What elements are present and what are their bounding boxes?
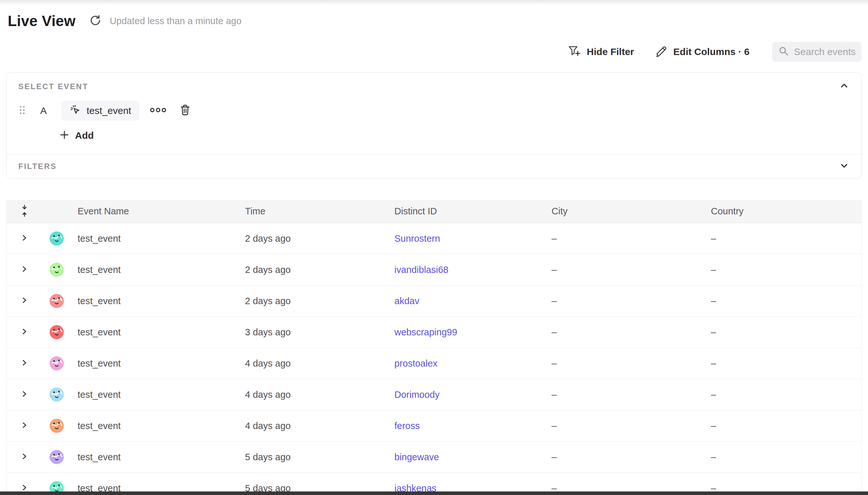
page-title: Live View — [8, 12, 76, 30]
collapse-rows-icon — [20, 204, 29, 219]
time-cell: 4 days ago — [239, 389, 388, 400]
table-row: test_event 3 days ago webscraping99 – – — [7, 317, 861, 348]
search-icon — [778, 45, 789, 58]
user-avatar — [42, 325, 71, 340]
country-cell: – — [704, 296, 861, 306]
select-event-label: SELECT EVENT — [18, 82, 850, 91]
city-cell: – — [545, 296, 704, 306]
table-row: test_event 2 days ago ivandiblasi68 – – — [7, 254, 861, 286]
refresh-button[interactable] — [88, 15, 101, 27]
edit-pencil-icon — [654, 45, 667, 59]
distinct-id-link[interactable]: ivandiblasi68 — [388, 264, 545, 275]
distinct-id-link[interactable]: akdav — [388, 296, 545, 306]
refresh-icon — [89, 14, 101, 28]
event-name-cell: test_event — [71, 296, 239, 306]
edit-columns-label: Edit Columns · 6 — [673, 46, 750, 57]
cursor-click-icon — [70, 104, 82, 117]
updated-status: Updated less than a minute ago — [110, 16, 242, 27]
distinct-id-link[interactable]: Dorimoody — [388, 389, 545, 400]
table-row: test_event 2 days ago akdav – – — [7, 286, 861, 317]
select-event-section: SELECT EVENT A — [7, 72, 861, 154]
plus-icon — [59, 130, 69, 141]
edit-columns-button[interactable]: Edit Columns · 6 — [654, 45, 750, 59]
user-avatar — [42, 387, 71, 402]
time-cell: 2 days ago — [239, 233, 388, 244]
event-name-cell: test_event — [71, 358, 239, 369]
page-header: Live View Updated less than a minute ago — [0, 0, 868, 30]
event-name-cell: test_event — [71, 421, 239, 431]
expand-row-button[interactable] — [7, 234, 42, 243]
add-event-button[interactable]: Add — [59, 129, 108, 142]
expand-row-button[interactable] — [7, 327, 42, 337]
expand-row-button[interactable] — [7, 265, 42, 275]
user-avatar — [42, 293, 71, 308]
toolbar: Hide Filter Edit Columns · 6 — [0, 42, 868, 62]
event-series-letter: A — [40, 105, 47, 116]
city-cell: – — [545, 233, 704, 244]
chevron-up-icon — [839, 81, 849, 92]
column-header-event-name: Event Name — [71, 206, 239, 217]
chevron-right-icon — [20, 390, 29, 399]
country-cell: – — [704, 389, 861, 400]
table-row: test_event 4 days ago prostoalex – – — [7, 348, 861, 379]
expand-row-button[interactable] — [7, 421, 42, 431]
event-select-chip[interactable]: test_event — [62, 101, 139, 121]
table-row: test_event 4 days ago Dorimoody – – — [7, 379, 861, 410]
user-avatar — [42, 450, 71, 464]
city-cell: – — [545, 421, 704, 431]
expand-row-button[interactable] — [7, 359, 42, 368]
distinct-id-link[interactable]: Sunrostern — [388, 233, 545, 244]
chevron-right-icon — [20, 452, 29, 462]
collapse-section-button[interactable] — [839, 81, 850, 92]
city-cell: – — [545, 389, 704, 400]
time-cell: 2 days ago — [239, 264, 388, 275]
user-avatar — [42, 262, 71, 277]
city-cell: – — [545, 264, 704, 275]
country-cell: – — [704, 233, 861, 244]
user-avatar — [42, 231, 71, 246]
drag-handle[interactable] — [18, 105, 26, 116]
table-header-row: Event Name Time Distinct ID City Country — [7, 200, 861, 223]
column-header-city: City — [545, 206, 704, 217]
chevron-right-icon — [20, 234, 29, 243]
distinct-id-link[interactable]: webscraping99 — [388, 327, 545, 338]
expand-row-button[interactable] — [7, 296, 42, 306]
distinct-id-link[interactable]: bingewave — [388, 452, 545, 462]
column-header-time: Time — [239, 206, 388, 217]
delete-event-button[interactable] — [179, 104, 191, 118]
table-row: test_event 5 days ago bingewave – – — [7, 442, 861, 473]
distinct-id-link[interactable]: prostoalex — [388, 358, 545, 369]
country-cell: – — [704, 264, 861, 275]
event-name-cell: test_event — [71, 233, 239, 244]
country-cell: – — [704, 327, 861, 338]
chevron-right-icon — [20, 296, 29, 306]
country-cell: – — [704, 358, 861, 369]
hide-filter-button[interactable]: Hide Filter — [567, 45, 634, 59]
event-name-cell: test_event — [71, 264, 239, 275]
column-header-distinct-id: Distinct ID — [388, 206, 545, 217]
events-table: Event Name Time Distinct ID City Country… — [6, 200, 862, 495]
expand-row-button[interactable] — [7, 390, 42, 399]
time-cell: 4 days ago — [239, 421, 388, 431]
filters-label: FILTERS — [18, 162, 57, 171]
event-name-cell: test_event — [71, 389, 239, 400]
filters-section: FILTERS — [7, 154, 861, 178]
distinct-id-link[interactable]: feross — [388, 421, 545, 431]
collapse-all-rows-button[interactable] — [7, 204, 42, 219]
drag-handle-icon — [19, 105, 25, 116]
event-more-options-button[interactable] — [150, 107, 167, 114]
city-cell: – — [545, 327, 704, 338]
table-body: test_event 2 days ago Sunrostern – – tes… — [7, 223, 861, 495]
chevron-right-icon — [20, 359, 29, 368]
add-label: Add — [75, 130, 94, 141]
search-input[interactable] — [794, 46, 855, 57]
bottom-window-edge — [0, 492, 868, 495]
city-cell: – — [545, 452, 704, 462]
expand-row-button[interactable] — [7, 452, 42, 462]
search-box[interactable] — [772, 42, 862, 62]
expand-filters-button[interactable] — [839, 161, 850, 172]
filter-funnel-plus-icon — [567, 45, 581, 59]
query-builder-card: SELECT EVENT A — [6, 72, 862, 178]
trash-icon — [179, 104, 191, 118]
time-cell: 4 days ago — [239, 358, 388, 369]
